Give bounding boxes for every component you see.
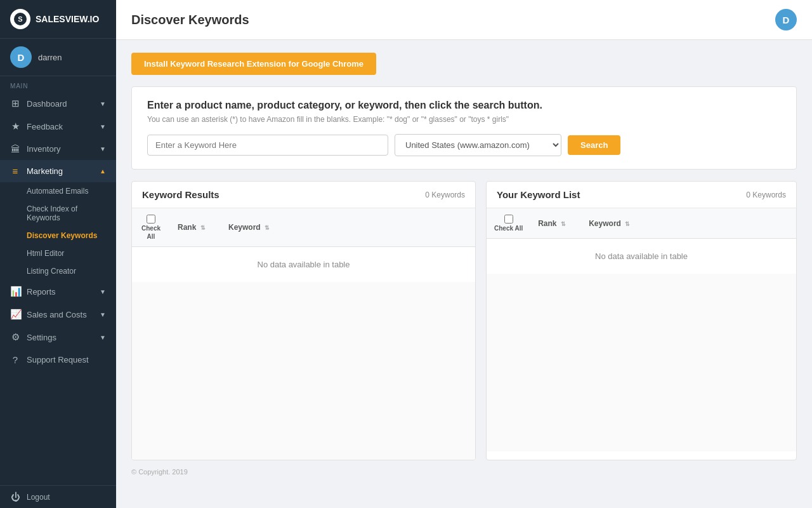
sidebar-item-support[interactable]: ? Support Request — [0, 349, 116, 371]
keyword-results-header: Keyword Results 0 Keywords — [132, 182, 475, 208]
logo-text: SALESVIEW.IO — [36, 14, 99, 24]
chevron-icon: ▼ — [100, 311, 106, 318]
sidebar-item-label: Sales and Costs — [27, 310, 87, 319]
sidebar-item-feedback[interactable]: ★ Feedback ▼ — [0, 115, 116, 138]
keyword-results-panel: Keyword Results 0 Keywords Check All — [131, 181, 476, 460]
logout-label: Logout — [27, 493, 50, 502]
check-all-list-label: Check All — [494, 225, 523, 232]
sidebar-item-inventory[interactable]: 🏛 Inventory ▼ — [0, 138, 116, 160]
sub-item-label: Discover Keywords — [27, 231, 97, 240]
no-data-message-list: No data available in table — [487, 239, 796, 274]
sidebar-sub-item-discover-keywords[interactable]: Discover Keywords — [0, 227, 116, 244]
col-rank: Rank ⇅ — [170, 208, 221, 247]
sidebar-sub-item-html-editor[interactable]: Html Editor — [0, 244, 116, 262]
top-avatar: D — [775, 9, 797, 30]
results-row: Keyword Results 0 Keywords Check All — [131, 181, 797, 460]
top-bar: Discover Keywords D — [116, 0, 812, 40]
keyword-list-panel: Your Keyword List 0 Keywords Check All — [486, 181, 797, 460]
sidebar-sub-item-check-index[interactable]: Check Index of Keywords — [0, 200, 116, 227]
country-select[interactable]: United States (www.amazon.com) United Ki… — [395, 134, 561, 156]
keyword-search-input[interactable] — [147, 135, 388, 156]
chevron-icon: ▼ — [100, 145, 106, 152]
sales-icon: 📈 — [10, 309, 20, 320]
col-check-all-list: Check All — [487, 208, 530, 239]
sub-item-label: Check Index of Keywords — [27, 204, 106, 222]
svg-text:S: S — [18, 15, 22, 23]
page-title: Discover Keywords — [131, 13, 249, 27]
main-content: Discover Keywords D Install Keyword Rese… — [116, 0, 812, 508]
chevron-up-icon: ▲ — [100, 168, 106, 175]
dashboard-icon: ⊞ — [10, 98, 20, 109]
keyword-list-count: 0 Keywords — [746, 190, 786, 199]
sidebar-item-label: Inventory — [27, 144, 60, 154]
search-panel: Enter a product name, product category, … — [131, 86, 797, 170]
inventory-icon: 🏛 — [10, 144, 20, 154]
search-button[interactable]: Search — [568, 135, 620, 155]
feedback-icon: ★ — [10, 121, 20, 132]
col-rank-list: Rank ⇅ — [530, 208, 581, 239]
col-keyword-list: Keyword ⇅ — [581, 208, 796, 239]
check-all-label: Check — [141, 225, 160, 232]
rank-list-sort-icon[interactable]: ⇅ — [561, 221, 566, 227]
reports-icon: 📊 — [10, 286, 20, 297]
search-panel-hint: You can use an asterisk (*) to have Amaz… — [147, 115, 781, 124]
keyword-sort-icon[interactable]: ⇅ — [265, 225, 270, 231]
sidebar-item-label: Feedback — [27, 122, 63, 131]
no-data-message: No data available in table — [132, 247, 475, 283]
sidebar-item-marketing[interactable]: ≡ Marketing ▲ — [0, 160, 116, 182]
sidebar-item-label: Reports — [27, 287, 56, 297]
no-data-row: No data available in table — [132, 247, 475, 283]
sidebar-item-dashboard[interactable]: ⊞ Dashboard ▼ — [0, 92, 116, 115]
sidebar-item-label: Marketing — [27, 166, 63, 176]
logout-icon: ⏻ — [10, 491, 20, 502]
table-header-row: Check All Rank ⇅ Keyword ⇅ — [132, 208, 475, 247]
copyright: © Copyright. 2019 — [131, 468, 188, 476]
sidebar-item-reports[interactable]: 📊 Reports ▼ — [0, 280, 116, 303]
no-data-row-list: No data available in table — [487, 239, 796, 274]
sidebar-item-label: Support Request — [27, 355, 89, 364]
keyword-list-sort-icon[interactable]: ⇅ — [625, 221, 630, 227]
keyword-results-title: Keyword Results — [142, 189, 219, 200]
avatar: D — [10, 46, 32, 68]
sub-item-label: Automated Emails — [27, 187, 88, 196]
support-icon: ? — [10, 354, 20, 365]
sub-item-label: Listing Creator — [27, 267, 76, 276]
footer: © Copyright. 2019 — [131, 460, 797, 483]
sidebar-user: D darren — [0, 39, 116, 76]
chevron-icon: ▼ — [100, 123, 106, 130]
check-all-list-checkbox[interactable] — [504, 215, 513, 224]
search-panel-title: Enter a product name, product category, … — [147, 100, 781, 111]
table-header-row: Check All Rank ⇅ Keyword ⇅ — [487, 208, 796, 239]
keyword-list-empty-area — [487, 274, 796, 451]
keyword-list-table-container: Check All Rank ⇅ Keyword ⇅ — [487, 208, 796, 274]
sidebar-sub-item-listing-creator[interactable]: Listing Creator — [0, 262, 116, 280]
sidebar-item-settings[interactable]: ⚙ Settings ▼ — [0, 326, 116, 349]
sidebar: S SALESVIEW.IO D darren Main ⊞ Dashboard… — [0, 0, 116, 508]
check-all-label2: All — [147, 233, 155, 240]
chevron-icon: ▼ — [100, 288, 106, 295]
col-check-all: Check All — [132, 208, 170, 247]
chevron-icon: ▼ — [100, 334, 106, 341]
logout-button[interactable]: ⏻ Logout — [0, 486, 116, 508]
keyword-results-table-container: Check All Rank ⇅ Keyword ⇅ — [132, 208, 475, 282]
sidebar-sub-item-automated-emails[interactable]: Automated Emails — [0, 182, 116, 200]
keyword-list-title: Your Keyword List — [497, 189, 580, 200]
sidebar-item-sales-costs[interactable]: 📈 Sales and Costs ▼ — [0, 303, 116, 326]
keyword-results-count: 0 Keywords — [425, 190, 465, 199]
sidebar-item-label: Settings — [27, 333, 56, 342]
logo-area: S SALESVIEW.IO — [0, 0, 116, 39]
marketing-icon: ≡ — [10, 166, 20, 177]
keyword-list-header: Your Keyword List 0 Keywords — [487, 182, 796, 208]
settings-icon: ⚙ — [10, 331, 20, 343]
sidebar-item-label: Dashboard — [27, 99, 67, 109]
keyword-results-empty-area — [132, 282, 475, 460]
sidebar-bottom: ⏻ Logout — [0, 485, 116, 508]
install-extension-button[interactable]: Install Keyword Research Extension for G… — [131, 53, 376, 75]
check-all-checkbox[interactable] — [147, 215, 155, 224]
col-keyword: Keyword ⇅ — [221, 208, 475, 247]
content-area: Install Keyword Research Extension for G… — [116, 40, 812, 508]
sub-item-label: Html Editor — [27, 249, 64, 258]
rank-sort-icon[interactable]: ⇅ — [200, 225, 206, 231]
logo-icon: S — [10, 9, 30, 29]
keyword-results-table: Check All Rank ⇅ Keyword ⇅ — [132, 208, 475, 282]
